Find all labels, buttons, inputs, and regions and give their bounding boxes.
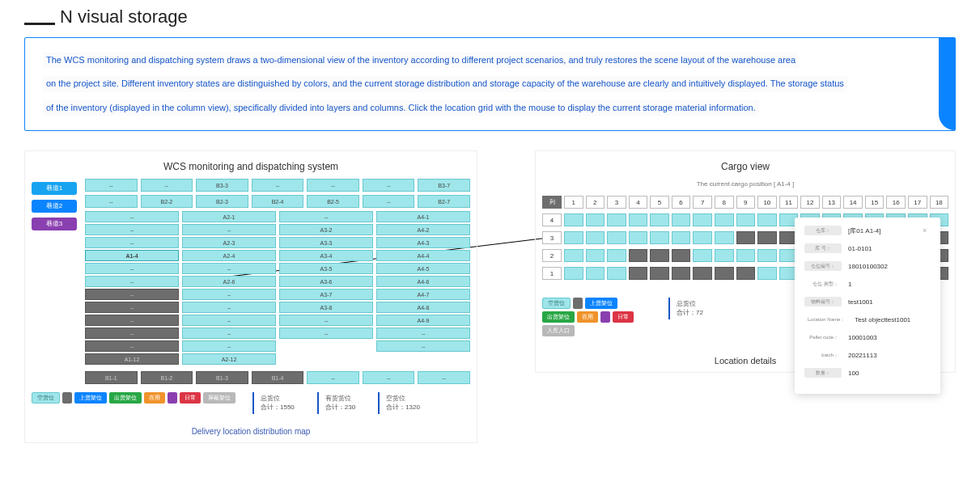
cargo-cell[interactable] [736,213,756,226]
cargo-cell[interactable] [715,213,734,226]
grid-cell[interactable]: A4-7 [376,289,470,300]
grid-cell[interactable]: A4-8 [376,302,470,313]
cargo-cell[interactable] [629,267,648,280]
grid-cell[interactable]: -- [85,340,179,352]
cargo-cell[interactable] [736,267,756,280]
grid-cell[interactable]: B2-7 [418,195,470,208]
cargo-cell[interactable] [693,267,712,280]
close-icon[interactable]: × [923,226,931,235]
cargo-cell[interactable] [607,249,626,262]
grid-cell[interactable]: B2-5 [307,195,359,208]
cargo-cell[interactable] [757,213,777,226]
grid-cell[interactable]: A2-6 [182,276,276,287]
cargo-cell[interactable] [650,249,669,262]
cargo-cell[interactable] [564,267,583,280]
grid-cell[interactable]: A4-4 [376,250,470,261]
grid-cell[interactable]: A4-3 [376,237,470,248]
cargo-cell[interactable] [586,213,605,226]
grid-cell[interactable]: A2-3 [182,237,276,248]
grid-cell[interactable]: -- [363,371,415,384]
cargo-cell[interactable] [693,231,712,244]
cargo-cell[interactable] [715,231,734,244]
cargo-cell[interactable] [564,231,583,244]
grid-cell[interactable]: -- [182,224,276,235]
grid-cell[interactable]: -- [85,302,179,313]
grid-cell[interactable]: -- [182,328,276,339]
grid-cell[interactable]: A3-3 [279,237,373,248]
cargo-cell[interactable] [715,267,734,280]
grid-cell[interactable]: -- [182,302,276,313]
grid-cell[interactable]: A4-2 [376,224,470,235]
cargo-cell[interactable] [672,231,691,244]
grid-cell[interactable]: A3-6 [279,276,373,287]
grid-cell[interactable]: -- [182,263,276,274]
grid-cell[interactable]: -- [307,179,359,192]
grid-cell[interactable]: -- [85,328,179,339]
cargo-cell[interactable] [607,267,626,280]
grid-cell[interactable]: -- [182,315,276,326]
grid-cell[interactable]: -- [141,179,193,192]
grid-cell[interactable]: A1-4 [85,250,179,261]
grid-cell[interactable]: B2-4 [252,195,304,208]
grid-cell[interactable]: B3-7 [418,179,470,192]
zone-tag-2[interactable]: 巷道2 [32,200,77,213]
cargo-cell[interactable] [586,231,605,244]
grid-cell[interactable]: B1-2 [141,371,193,384]
cargo-cell[interactable] [586,267,605,280]
grid-cell[interactable]: -- [376,328,470,339]
cargo-cell[interactable] [650,231,669,244]
cargo-cell[interactable] [672,213,691,226]
grid-cell[interactable]: -- [85,237,179,248]
grid-cell[interactable]: -- [182,340,276,352]
grid-cell[interactable]: -- [279,315,373,326]
cargo-cell[interactable] [586,249,605,262]
cargo-cell[interactable] [736,231,756,244]
cargo-cell[interactable] [715,249,734,262]
grid-cell[interactable]: -- [85,276,179,287]
grid-cell[interactable]: B3-3 [196,179,248,192]
cargo-cell[interactable] [757,231,777,244]
cargo-cell[interactable] [757,249,777,262]
grid-cell[interactable]: -- [279,328,373,339]
cargo-cell[interactable] [736,249,756,262]
cargo-cell[interactable] [672,249,691,262]
cargo-cell[interactable] [607,213,626,226]
grid-cell[interactable]: -- [363,195,415,208]
cargo-cell[interactable] [564,213,583,226]
grid-cell[interactable]: A4-1 [376,211,470,222]
grid-cell[interactable]: A4-9 [376,315,470,326]
grid-cell[interactable]: -- [85,263,179,274]
grid-cell[interactable]: B1-3 [196,371,248,384]
grid-cell[interactable]: -- [85,224,179,235]
cargo-cell[interactable] [650,267,669,280]
grid-cell[interactable]: -- [363,179,415,192]
zone-tag-1[interactable]: 巷道1 [32,182,77,195]
grid-cell[interactable]: A2-1 [182,211,276,222]
grid-cell[interactable]: -- [85,289,179,300]
grid-cell[interactable]: -- [252,179,304,192]
zone-tag-3[interactable]: 巷道3 [32,218,77,230]
cargo-cell[interactable] [564,249,583,262]
grid-cell[interactable]: A1-12 [85,353,179,365]
grid-cell[interactable]: A3-4 [279,250,373,261]
grid-cell[interactable]: -- [376,340,470,352]
grid-cell[interactable]: -- [85,195,138,208]
cargo-cell[interactable] [672,267,691,280]
grid-cell[interactable]: -- [85,179,138,192]
grid-cell[interactable]: A4-5 [376,263,470,274]
grid-cell[interactable]: A3-7 [279,289,373,300]
cargo-cell[interactable] [693,249,712,262]
grid-cell[interactable]: -- [85,315,179,326]
grid-cell[interactable]: A3-2 [279,224,373,235]
cargo-cell[interactable] [607,231,626,244]
grid-cell[interactable]: -- [307,371,359,384]
grid-cell[interactable]: A4-6 [376,276,470,287]
grid-cell[interactable]: A3-8 [279,302,373,313]
grid-cell[interactable]: A2-4 [182,250,276,261]
cargo-cell[interactable] [757,267,777,280]
grid-cell[interactable]: A3-5 [279,263,373,274]
grid-cell[interactable]: B1-1 [85,371,138,384]
grid-cell[interactable]: -- [279,211,373,222]
grid-cell[interactable]: B2-2 [141,195,193,208]
grid-cell[interactable]: -- [85,211,179,222]
